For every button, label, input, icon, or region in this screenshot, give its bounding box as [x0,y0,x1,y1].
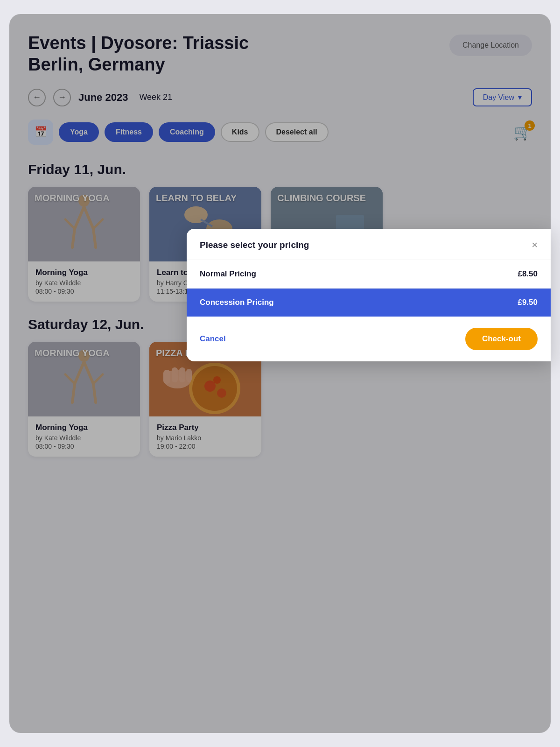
normal-pricing-price: £8.50 [518,269,538,279]
pricing-modal: Please select your pricing × Normal Pric… [187,229,551,361]
modal-header: Please select your pricing × [187,229,551,260]
checkout-button[interactable]: Check-out [465,328,538,350]
page-wrapper: Events | Dyosore: Triassic Berlin, Germa… [9,14,551,733]
modal-close-button[interactable]: × [532,239,538,251]
normal-pricing-option[interactable]: Normal Pricing £8.50 [187,260,551,289]
modal-footer: Cancel Check-out [187,317,551,361]
cancel-button[interactable]: Cancel [200,334,226,344]
modal-title: Please select your pricing [200,240,309,250]
normal-pricing-label: Normal Pricing [200,269,256,279]
concession-pricing-price: £9.50 [518,298,538,307]
concession-pricing-label: Concession Pricing [200,298,274,307]
modal-overlay[interactable] [9,14,551,733]
concession-pricing-option[interactable]: Concession Pricing £9.50 [187,289,551,317]
